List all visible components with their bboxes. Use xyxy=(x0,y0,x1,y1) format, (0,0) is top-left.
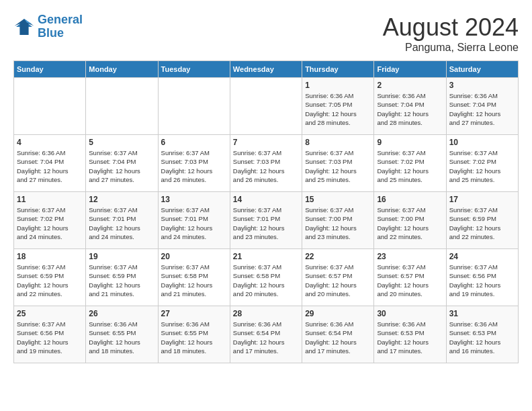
calendar-cell: 1Sunrise: 6:36 AM Sunset: 7:05 PM Daylig… xyxy=(302,78,374,135)
day-info: Sunrise: 6:37 AM Sunset: 7:00 PM Dayligh… xyxy=(377,205,443,241)
day-number: 30 xyxy=(377,309,443,318)
day-info: Sunrise: 6:37 AM Sunset: 7:04 PM Dayligh… xyxy=(89,148,154,184)
day-number: 23 xyxy=(377,252,443,261)
calendar-cell: 26Sunrise: 6:36 AM Sunset: 6:55 PM Dayli… xyxy=(86,306,158,363)
day-number: 16 xyxy=(377,195,443,204)
day-info: Sunrise: 6:37 AM Sunset: 7:02 PM Dayligh… xyxy=(17,205,83,241)
day-number: 8 xyxy=(305,138,371,147)
day-number: 31 xyxy=(449,309,515,318)
day-info: Sunrise: 6:37 AM Sunset: 7:01 PM Dayligh… xyxy=(233,205,299,241)
weekday-header-saturday: Saturday xyxy=(446,61,518,78)
day-number: 9 xyxy=(377,138,443,147)
calendar-cell: 11Sunrise: 6:37 AM Sunset: 7:02 PM Dayli… xyxy=(14,192,86,249)
calendar-cell: 23Sunrise: 6:37 AM Sunset: 6:57 PM Dayli… xyxy=(374,249,446,306)
day-number: 19 xyxy=(89,252,154,261)
calendar-cell: 29Sunrise: 6:36 AM Sunset: 6:54 PM Dayli… xyxy=(302,306,374,363)
calendar-cell: 28Sunrise: 6:36 AM Sunset: 6:54 PM Dayli… xyxy=(230,306,302,363)
weekday-header-thursday: Thursday xyxy=(302,61,374,78)
day-number: 12 xyxy=(89,195,154,204)
day-number: 24 xyxy=(449,252,515,261)
day-info: Sunrise: 6:36 AM Sunset: 7:04 PM Dayligh… xyxy=(377,91,443,127)
day-info: Sunrise: 6:36 AM Sunset: 7:04 PM Dayligh… xyxy=(449,91,515,127)
day-info: Sunrise: 6:37 AM Sunset: 7:03 PM Dayligh… xyxy=(305,148,371,184)
calendar-cell: 18Sunrise: 6:37 AM Sunset: 6:59 PM Dayli… xyxy=(14,249,86,306)
calendar-cell: 4Sunrise: 6:36 AM Sunset: 7:04 PM Daylig… xyxy=(14,135,86,192)
day-number: 10 xyxy=(449,138,515,147)
day-number: 7 xyxy=(233,138,299,147)
calendar-cell: 8Sunrise: 6:37 AM Sunset: 7:03 PM Daylig… xyxy=(302,135,374,192)
calendar-cell xyxy=(86,78,158,135)
calendar-cell: 6Sunrise: 6:37 AM Sunset: 7:03 PM Daylig… xyxy=(158,135,230,192)
day-number: 28 xyxy=(233,309,299,318)
calendar-cell: 10Sunrise: 6:37 AM Sunset: 7:02 PM Dayli… xyxy=(446,135,518,192)
day-number: 21 xyxy=(233,252,299,261)
day-info: Sunrise: 6:36 AM Sunset: 6:55 PM Dayligh… xyxy=(161,320,227,355)
logo-icon xyxy=(13,16,35,38)
calendar-cell: 27Sunrise: 6:36 AM Sunset: 6:55 PM Dayli… xyxy=(158,306,230,363)
weekday-header-friday: Friday xyxy=(374,61,446,78)
day-info: Sunrise: 6:37 AM Sunset: 7:01 PM Dayligh… xyxy=(89,205,154,241)
day-info: Sunrise: 6:37 AM Sunset: 7:03 PM Dayligh… xyxy=(233,148,299,184)
day-info: Sunrise: 6:36 AM Sunset: 6:53 PM Dayligh… xyxy=(377,320,443,355)
location-title: Panguma, Sierra Leone xyxy=(383,42,519,54)
day-info: Sunrise: 6:37 AM Sunset: 7:02 PM Dayligh… xyxy=(377,148,443,184)
day-number: 2 xyxy=(377,81,443,90)
day-info: Sunrise: 6:37 AM Sunset: 7:03 PM Dayligh… xyxy=(161,148,227,184)
calendar-cell: 3Sunrise: 6:36 AM Sunset: 7:04 PM Daylig… xyxy=(446,78,518,135)
day-number: 22 xyxy=(305,252,371,261)
calendar-cell: 19Sunrise: 6:37 AM Sunset: 6:59 PM Dayli… xyxy=(86,249,158,306)
logo: General Blue xyxy=(13,13,83,40)
day-info: Sunrise: 6:36 AM Sunset: 6:54 PM Dayligh… xyxy=(305,320,371,355)
page-header: General Blue August 2024 Panguma, Sierra… xyxy=(13,13,519,54)
day-number: 3 xyxy=(449,81,515,90)
day-info: Sunrise: 6:37 AM Sunset: 6:56 PM Dayligh… xyxy=(449,263,515,298)
calendar-cell: 14Sunrise: 6:37 AM Sunset: 7:01 PM Dayli… xyxy=(230,192,302,249)
calendar-cell xyxy=(158,78,230,135)
weekday-header-monday: Monday xyxy=(86,61,158,78)
calendar-cell: 16Sunrise: 6:37 AM Sunset: 7:00 PM Dayli… xyxy=(374,192,446,249)
day-number: 26 xyxy=(89,309,154,318)
day-info: Sunrise: 6:37 AM Sunset: 6:56 PM Dayligh… xyxy=(17,320,83,355)
day-info: Sunrise: 6:37 AM Sunset: 6:59 PM Dayligh… xyxy=(89,263,154,298)
logo-text: General Blue xyxy=(38,13,83,40)
day-number: 18 xyxy=(17,252,83,261)
day-number: 17 xyxy=(449,195,515,204)
day-number: 15 xyxy=(305,195,371,204)
day-info: Sunrise: 6:37 AM Sunset: 6:57 PM Dayligh… xyxy=(305,263,371,298)
day-number: 5 xyxy=(89,138,154,147)
day-number: 6 xyxy=(161,138,227,147)
calendar-cell: 13Sunrise: 6:37 AM Sunset: 7:01 PM Dayli… xyxy=(158,192,230,249)
day-info: Sunrise: 6:37 AM Sunset: 7:00 PM Dayligh… xyxy=(305,205,371,241)
weekday-header-wednesday: Wednesday xyxy=(230,61,302,78)
day-info: Sunrise: 6:37 AM Sunset: 6:58 PM Dayligh… xyxy=(233,263,299,298)
title-block: August 2024 Panguma, Sierra Leone xyxy=(383,13,519,54)
calendar-cell xyxy=(14,78,86,135)
day-info: Sunrise: 6:37 AM Sunset: 6:58 PM Dayligh… xyxy=(161,263,227,298)
day-number: 29 xyxy=(305,309,371,318)
calendar-cell: 21Sunrise: 6:37 AM Sunset: 6:58 PM Dayli… xyxy=(230,249,302,306)
day-info: Sunrise: 6:36 AM Sunset: 6:53 PM Dayligh… xyxy=(449,320,515,355)
calendar-cell: 12Sunrise: 6:37 AM Sunset: 7:01 PM Dayli… xyxy=(86,192,158,249)
calendar-cell: 17Sunrise: 6:37 AM Sunset: 6:59 PM Dayli… xyxy=(446,192,518,249)
calendar-cell: 15Sunrise: 6:37 AM Sunset: 7:00 PM Dayli… xyxy=(302,192,374,249)
day-info: Sunrise: 6:36 AM Sunset: 6:54 PM Dayligh… xyxy=(233,320,299,355)
day-number: 11 xyxy=(17,195,83,204)
calendar-cell xyxy=(230,78,302,135)
calendar-cell: 24Sunrise: 6:37 AM Sunset: 6:56 PM Dayli… xyxy=(446,249,518,306)
day-info: Sunrise: 6:36 AM Sunset: 6:55 PM Dayligh… xyxy=(89,320,154,355)
day-number: 27 xyxy=(161,309,227,318)
day-number: 4 xyxy=(17,138,83,147)
day-number: 1 xyxy=(305,81,371,90)
weekday-header-tuesday: Tuesday xyxy=(158,61,230,78)
day-info: Sunrise: 6:37 AM Sunset: 7:01 PM Dayligh… xyxy=(161,205,227,241)
day-number: 25 xyxy=(17,309,83,318)
day-number: 20 xyxy=(161,252,227,261)
calendar-cell: 7Sunrise: 6:37 AM Sunset: 7:03 PM Daylig… xyxy=(230,135,302,192)
day-info: Sunrise: 6:37 AM Sunset: 6:59 PM Dayligh… xyxy=(449,205,515,241)
calendar-cell: 31Sunrise: 6:36 AM Sunset: 6:53 PM Dayli… xyxy=(446,306,518,363)
calendar-cell: 20Sunrise: 6:37 AM Sunset: 6:58 PM Dayli… xyxy=(158,249,230,306)
calendar-cell: 25Sunrise: 6:37 AM Sunset: 6:56 PM Dayli… xyxy=(14,306,86,363)
day-info: Sunrise: 6:37 AM Sunset: 6:57 PM Dayligh… xyxy=(377,263,443,298)
day-number: 14 xyxy=(233,195,299,204)
calendar-cell: 22Sunrise: 6:37 AM Sunset: 6:57 PM Dayli… xyxy=(302,249,374,306)
